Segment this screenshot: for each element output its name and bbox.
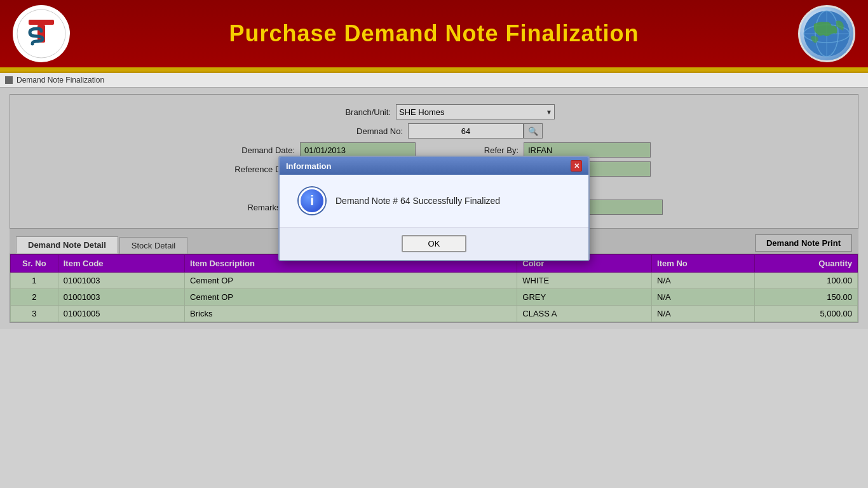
cell-item-no: N/A: [652, 273, 755, 289]
branch-select[interactable]: SHE Homes: [396, 104, 555, 119]
dialog-body: i Demand Note # 64 Successfully Finalize…: [280, 175, 588, 227]
cell-description: Bricks: [185, 306, 517, 322]
tab-stock-detail[interactable]: Stock Detail: [119, 237, 187, 254]
dialog-message: Demand Note # 64 Successfully Finalized: [336, 196, 500, 206]
cell-color: CLASS A: [517, 306, 652, 322]
information-dialog: Information ✕ i Demand Note # 64 Success…: [278, 156, 590, 261]
col-quantity: Quantity: [755, 255, 858, 273]
branch-row: Branch/Unit: SHE Homes ▼: [23, 104, 845, 119]
cell-sr: 3: [11, 306, 58, 322]
window-title: Demand Note Finalization: [17, 76, 104, 85]
demand-no-row: Demnad No: 🔍: [23, 123, 845, 139]
dialog-footer: OK: [280, 227, 588, 260]
cell-quantity: 100.00: [755, 273, 858, 289]
demand-date-label: Demand Date:: [217, 146, 300, 155]
window-bar: Demand Note Finalization: [0, 73, 868, 88]
header: Purchase Demand Note Finalization: [0, 0, 868, 70]
cell-description: Cement OP: [185, 273, 517, 289]
svg-rect-1: [29, 20, 54, 25]
cell-color: GREY: [517, 289, 652, 306]
table-container: Sr. No Item Code Item Description Color …: [10, 254, 858, 323]
table-row: 2 01001003 Cement OP GREY N/A 150.00: [11, 289, 858, 306]
content-wrapper: Branch/Unit: SHE Homes ▼ Demnad No: 🔍 De…: [10, 94, 858, 323]
print-button[interactable]: Demand Note Print: [755, 234, 852, 252]
table-row: 1 01001003 Cement OP WHITE N/A 100.00: [11, 273, 858, 289]
col-sr-no: Sr. No: [11, 255, 58, 273]
cell-code: 01001003: [58, 273, 184, 289]
search-button[interactable]: 🔍: [524, 123, 543, 139]
globe-icon: [798, 5, 855, 62]
cell-code: 01001003: [58, 289, 184, 306]
cell-item-no: N/A: [652, 289, 755, 306]
table-row: 3 01001005 Bricks CLASS A N/A 5,000.00: [11, 306, 858, 322]
dialog-title-bar: Information ✕: [280, 157, 588, 175]
info-icon: i: [299, 187, 325, 214]
col-item-code: Item Code: [58, 255, 184, 273]
cell-description: Cement OP: [185, 289, 517, 306]
remarks-label: Remarks:: [205, 203, 288, 212]
cell-item-no: N/A: [652, 306, 755, 322]
dialog-close-button[interactable]: ✕: [571, 160, 582, 172]
demand-no-input[interactable]: [408, 123, 524, 139]
page-title: Purchase Demand Note Finalization: [70, 20, 798, 47]
cell-color: WHITE: [517, 273, 652, 289]
col-item-no: Item No: [652, 255, 755, 273]
cell-sr: 2: [11, 289, 58, 306]
refer-by-label: Refer By:: [441, 146, 524, 155]
cell-sr: 1: [11, 273, 58, 289]
demand-no-label: Demnad No:: [325, 126, 408, 136]
main-content: Branch/Unit: SHE Homes ▼ Demnad No: 🔍 De…: [0, 88, 868, 329]
tab-demand-note-detail[interactable]: Demand Note Detail: [16, 236, 118, 254]
ok-button[interactable]: OK: [402, 235, 467, 252]
branch-label: Branch/Unit:: [313, 107, 396, 117]
cell-quantity: 5,000.00: [755, 306, 858, 322]
cell-code: 01001005: [58, 306, 184, 322]
cell-quantity: 150.00: [755, 289, 858, 306]
dialog-title: Information: [286, 161, 332, 171]
demand-table: Sr. No Item Code Item Description Color …: [10, 254, 858, 322]
tab-group: Demand Note Detail Stock Detail: [16, 236, 187, 254]
window-icon: [5, 76, 13, 84]
logo: [13, 5, 70, 62]
branch-wrapper: SHE Homes ▼: [396, 104, 555, 119]
